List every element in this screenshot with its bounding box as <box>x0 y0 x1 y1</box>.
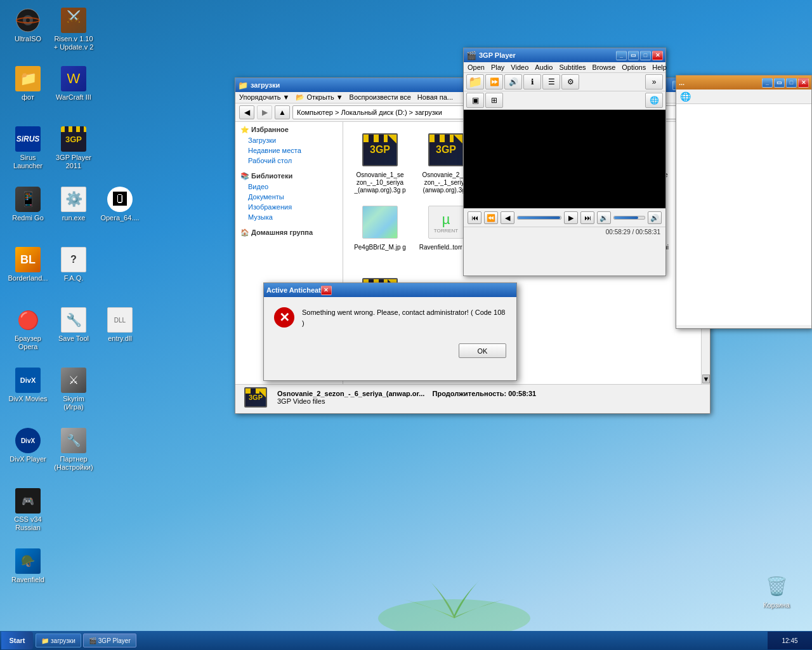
desktop-icon-3gp-player[interactable]: 3GP 3GP Player 2011 <box>51 124 96 173</box>
player-volume-bar[interactable] <box>613 216 645 220</box>
status-info: Osnovanie_2_sezon_-_6_seriya_(anwap.or..… <box>277 390 536 405</box>
menu-options[interactable]: Options <box>622 63 646 71</box>
sidebar-item-images[interactable]: Изображения <box>238 202 340 212</box>
sidebar-libraries-header[interactable]: 📚 Библиотеки <box>238 171 340 182</box>
nav-forward-btn[interactable]: ▶ <box>257 105 272 119</box>
taskbar-explorer[interactable]: 📁 загрузки <box>36 633 81 647</box>
menu-play-all[interactable]: Воспроизвести все <box>350 93 411 102</box>
view-btn-2[interactable]: ⊞ <box>485 93 503 108</box>
file-item-6[interactable]: Pe4gBBrIZ_M.jp g <box>348 199 412 269</box>
second-minimize-btn[interactable]: _ <box>762 78 773 88</box>
menu-subtitles[interactable]: Subtitles <box>559 63 586 71</box>
desktop-icon-partner[interactable]: 🔧 Партнер (Настройки) <box>51 425 96 474</box>
player-tool-more[interactable]: » <box>645 74 663 90</box>
desktop-icon-risen[interactable]: ⚔️ Risen.v 1.10+ Update.v 2 <box>51 5 96 54</box>
menu-video[interactable]: Video <box>511 63 528 71</box>
dialog-close-btn[interactable]: ✕ <box>321 286 332 295</box>
desktop-icon-css[interactable]: 🎮 CSS v34 Russian <box>5 486 51 534</box>
desktop-icon-ravenfield[interactable]: 🪖 Ravenfield <box>5 546 51 587</box>
second-window-controls: _ ▭ □ ✕ <box>762 78 809 88</box>
second-nav-icon[interactable]: 🌐 <box>679 91 691 102</box>
player-tool-2[interactable]: ⏩ <box>485 74 503 90</box>
dialog-titlebar[interactable]: Active Anticheat ✕ <box>264 283 516 297</box>
desktop-icon-opera-browser[interactable]: 🔴 Браузер Opera <box>5 305 51 354</box>
player-vol-down-btn[interactable]: 🔉 <box>597 211 611 224</box>
player-tool-6[interactable]: ⚙ <box>561 74 579 90</box>
second-content <box>676 104 811 325</box>
desktop-icon-save-tool[interactable]: 🔧 Save Tool <box>51 305 96 345</box>
system-clock: 12:45 <box>768 632 812 649</box>
sidebar-item-recent[interactable]: Недавние места <box>238 145 340 156</box>
desktop-icon-warcraft3[interactable]: W WarCraft III <box>51 63 96 104</box>
player-title: 3GP Player <box>479 51 616 59</box>
desktop-icon-divx-movies[interactable]: DivX DivX Movies <box>5 365 51 406</box>
sidebar-favorites-header[interactable]: ⭐ Избранное <box>238 124 340 135</box>
second-toolbar: 🌐 <box>676 90 811 104</box>
player-tool-5[interactable]: ☰ <box>542 74 560 90</box>
view-btn-1[interactable]: ▣ <box>466 93 484 108</box>
status-file-icon: 3GP <box>240 387 271 408</box>
nav-up-btn[interactable]: ▲ <box>275 105 290 119</box>
menu-open[interactable]: Open <box>468 63 485 71</box>
start-label: Start <box>9 637 25 644</box>
desktop-icon-redmi[interactable]: 📱 Redmi Go <box>5 184 51 225</box>
player-tool-3[interactable]: 🔊 <box>504 74 522 90</box>
nav-back-btn[interactable]: ◀ <box>239 105 254 119</box>
view-btn-nav[interactable]: 🌐 <box>645 93 663 108</box>
player-menubar: Open Play Video Audio Subtitles Browse O… <box>464 62 665 73</box>
menu-play[interactable]: Play <box>491 63 504 71</box>
player-tool-4[interactable]: ℹ <box>523 74 541 90</box>
second-titlebar[interactable]: ... _ ▭ □ ✕ <box>676 76 811 90</box>
desktop-icon-skyrim[interactable]: ⚔ Skyrim (Игра) <box>51 365 96 414</box>
taskbar-player[interactable]: 🎬 3GP Player <box>83 633 136 647</box>
player-close-btn[interactable]: ✕ <box>652 51 663 60</box>
second-close-btn[interactable]: ✕ <box>798 78 809 88</box>
menu-browse[interactable]: Browse <box>593 63 616 71</box>
sidebar-item-music[interactable]: Музыка <box>238 212 340 222</box>
sidebar-homegroup-header[interactable]: 🏠 Домашняя группа <box>238 227 340 238</box>
desktop-icon-ultraiso[interactable]: UltraISO <box>5 5 51 46</box>
sidebar-homegroup: 🏠 Домашняя группа <box>238 227 340 238</box>
desktop-icon-runexe[interactable]: ⚙️ run.exe <box>51 184 96 225</box>
player-progress-bar[interactable] <box>517 216 561 220</box>
desktop-icon-sirus[interactable]: SiRUS Sirus Launcher <box>5 124 51 173</box>
player-tool-1[interactable]: 📁 <box>466 74 484 90</box>
player-prev-btn[interactable]: ⏮ <box>468 211 481 224</box>
desktop-icon-entry-dll[interactable]: DLL entry.dll <box>97 305 143 345</box>
player-rewind-btn[interactable]: ⏪ <box>484 211 498 224</box>
desktop-icon-recycle-bin[interactable]: 🗑️ Корзина <box>754 571 799 612</box>
player-skip-btn[interactable]: ⏭ <box>580 211 594 224</box>
player-restore-btn[interactable]: ▭ <box>628 51 639 60</box>
dialog-ok-btn[interactable]: OK <box>459 343 506 358</box>
sidebar-item-desktop[interactable]: Рабочий стол <box>238 156 340 166</box>
svg-point-4 <box>378 599 530 631</box>
sidebar-item-docs[interactable]: Документы <box>238 192 340 202</box>
menu-organize[interactable]: Упорядочить ▼ <box>239 93 289 102</box>
scroll-down-btn[interactable]: ▼ <box>702 375 710 383</box>
second-restore-btn[interactable]: ▭ <box>774 78 785 88</box>
sidebar-item-video[interactable]: Видео <box>238 182 340 192</box>
menu-new[interactable]: Новая па... <box>417 93 453 102</box>
desktop-icon-faq[interactable]: ? F.A.Q. <box>51 244 96 285</box>
player-back-frame-btn[interactable]: ◀ <box>501 211 514 224</box>
desktop-icon-opera64[interactable]: 🅾 Opera_64.... <box>97 184 143 225</box>
sidebar-favorites: ⭐ Избранное Загрузки Недавние места Рабо… <box>238 124 340 166</box>
player-maximize-btn[interactable]: □ <box>640 51 651 60</box>
sidebar-item-downloads[interactable]: Загрузки <box>238 135 340 145</box>
player-forward-frame-btn[interactable]: ▶ <box>564 211 578 224</box>
player-minimize-btn[interactable]: _ <box>616 51 627 60</box>
player-view-toolbar: ▣ ⊞ 🌐 <box>464 91 665 110</box>
desktop-decoration <box>365 567 543 632</box>
menu-help[interactable]: Help <box>652 63 667 71</box>
menu-audio[interactable]: Audio <box>535 63 553 71</box>
file-item-1[interactable]: 3GP Osnovanie_1_se zon_-_10_seriya _(anw… <box>348 127 412 197</box>
player-titlebar[interactable]: 🎬 3GP Player _ ▭ □ ✕ <box>464 48 665 62</box>
menu-open[interactable]: 📂 Открыть ▼ <box>296 93 343 102</box>
player-progress-fill <box>518 216 560 219</box>
player-vol-up-btn[interactable]: 🔊 <box>648 211 662 224</box>
desktop-icon-fot[interactable]: 📁 фот <box>5 63 51 104</box>
desktop-icon-divx-player[interactable]: DivX DivX Player <box>5 425 51 466</box>
start-button[interactable]: Start <box>1 632 33 649</box>
desktop-icon-borderlands[interactable]: BL Borderland... <box>5 244 51 285</box>
second-maximize-btn[interactable]: □ <box>786 78 797 88</box>
